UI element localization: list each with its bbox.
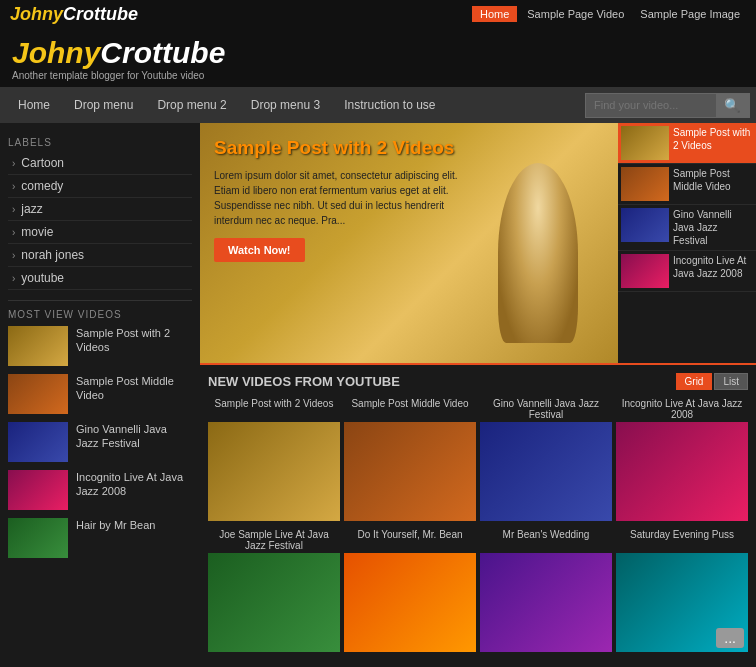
- logo-tagline: Another template blogger for Youtube vid…: [12, 70, 744, 81]
- sidebar-thumb-3: [8, 422, 68, 462]
- nav-drop3[interactable]: Drop menu 3: [239, 90, 332, 120]
- videos-thumbs-row2: ...: [200, 551, 756, 656]
- label-movie[interactable]: › movie: [8, 221, 192, 244]
- label-norah[interactable]: › norah jones: [8, 244, 192, 267]
- top-nav: Home Sample Page Video Sample Page Image: [472, 6, 746, 22]
- video-title-2: Sample Post Middle Video: [344, 398, 476, 420]
- logo-crottube: Crottube: [63, 4, 138, 25]
- sidebar-video-5[interactable]: Hair by Mr Bean: [8, 518, 192, 558]
- arrow-icon: ›: [12, 158, 15, 169]
- view-toggle: Grid List: [676, 373, 748, 390]
- top-nav-home[interactable]: Home: [472, 6, 517, 22]
- side-video-title-3: Gino Vannelli Java Jazz Festival: [673, 208, 753, 247]
- side-video-title-2: Sample Post Middle Video: [673, 167, 753, 193]
- nav-home[interactable]: Home: [6, 90, 62, 120]
- logo-main-johny: Johny: [12, 36, 100, 70]
- search-area: 🔍: [585, 93, 750, 118]
- sidebar-video-2[interactable]: Sample Post Middle Video: [8, 374, 192, 414]
- nav-instruction[interactable]: Instruction to use: [332, 90, 447, 120]
- video-thumb-8[interactable]: ...: [616, 553, 748, 652]
- search-input[interactable]: [586, 95, 716, 115]
- grid-toggle-button[interactable]: Grid: [676, 373, 713, 390]
- video-thumb-2[interactable]: [344, 422, 476, 521]
- sidebar-thumb-2: [8, 374, 68, 414]
- video-thumb-3[interactable]: [480, 422, 612, 521]
- logo-main-crottube: Crottube: [100, 36, 225, 70]
- label-youtube[interactable]: › youtube: [8, 267, 192, 290]
- videos-titles-row2: Joe Sample Live At Java Jazz Festival Do…: [200, 525, 756, 551]
- arrow-icon: ›: [12, 204, 15, 215]
- side-thumb-1: [621, 126, 669, 160]
- logo-johny: Johny: [10, 4, 63, 25]
- sidebar-thumb-5: [8, 518, 68, 558]
- sidebar-thumb-4: [8, 470, 68, 510]
- labels-title: LABELS: [8, 137, 192, 148]
- video-title-8: Saturday Evening Puss: [616, 529, 748, 551]
- sidebar-video-4[interactable]: Incognito Live At Java Jazz 2008: [8, 470, 192, 510]
- arrow-icon: ›: [12, 273, 15, 284]
- side-video-title-4: Incognito Live At Java Jazz 2008: [673, 254, 753, 280]
- video-thumb-5[interactable]: [208, 553, 340, 652]
- sidebar-video-title-5: Hair by Mr Bean: [76, 518, 155, 532]
- label-cartoon[interactable]: › Cartoon: [8, 152, 192, 175]
- nav-drop1[interactable]: Drop menu: [62, 90, 145, 120]
- videos-thumbs-row1: [200, 420, 756, 525]
- side-thumb-3: [621, 208, 669, 242]
- sidebar-video-title-2: Sample Post Middle Video: [76, 374, 192, 403]
- sidebar-video-1[interactable]: Sample Post with 2 Videos: [8, 326, 192, 366]
- arrow-icon: ›: [12, 181, 15, 192]
- side-thumb-4: [621, 254, 669, 288]
- top-nav-video[interactable]: Sample Page Video: [521, 6, 630, 22]
- more-button[interactable]: ...: [716, 628, 744, 648]
- featured-child: [478, 143, 598, 363]
- video-thumb-1[interactable]: [208, 422, 340, 521]
- nav-items: Home Drop menu Drop menu 2 Drop menu 3 I…: [6, 90, 585, 120]
- sidebar: LABELS › Cartoon › comedy › jazz › movie…: [0, 123, 200, 656]
- video-thumb-7[interactable]: [480, 553, 612, 652]
- list-toggle-button[interactable]: List: [714, 373, 748, 390]
- most-view-title: MOST VIEW VIDEOS: [8, 300, 192, 320]
- video-title-6: Do It Yourself, Mr. Bean: [344, 529, 476, 551]
- new-videos-header: NEW VIDEOS FROM YOUTUBE Grid List: [200, 363, 756, 394]
- nav-bar: Home Drop menu Drop menu 2 Drop menu 3 I…: [0, 87, 756, 123]
- side-video-list: Sample Post with 2 Videos Sample Post Mi…: [618, 123, 756, 363]
- label-jazz[interactable]: › jazz: [8, 198, 192, 221]
- side-video-item-2[interactable]: Sample Post Middle Video: [618, 164, 756, 205]
- label-comedy[interactable]: › comedy: [8, 175, 192, 198]
- content-area: Sample Post with 2 Videos Lorem ipsum do…: [200, 123, 756, 656]
- sidebar-video-title-3: Gino Vannelli Java Jazz Festival: [76, 422, 192, 451]
- videos-titles-row1: Sample Post with 2 Videos Sample Post Mi…: [200, 394, 756, 420]
- video-title-1: Sample Post with 2 Videos: [208, 398, 340, 420]
- side-video-item-3[interactable]: Gino Vannelli Java Jazz Festival: [618, 205, 756, 251]
- search-button[interactable]: 🔍: [716, 94, 749, 117]
- video-title-3: Gino Vannelli Java Jazz Festival: [480, 398, 612, 420]
- new-videos-title: NEW VIDEOS FROM YOUTUBE: [208, 374, 400, 389]
- sidebar-video-title-1: Sample Post with 2 Videos: [76, 326, 192, 355]
- side-video-item-1[interactable]: Sample Post with 2 Videos: [618, 123, 756, 164]
- video-thumb-6[interactable]: [344, 553, 476, 652]
- sidebar-video-3[interactable]: Gino Vannelli Java Jazz Festival: [8, 422, 192, 462]
- top-nav-image[interactable]: Sample Page Image: [634, 6, 746, 22]
- side-video-title-1: Sample Post with 2 Videos: [673, 126, 753, 152]
- main-layout: LABELS › Cartoon › comedy › jazz › movie…: [0, 123, 756, 656]
- video-title-5: Joe Sample Live At Java Jazz Festival: [208, 529, 340, 551]
- featured-section: Sample Post with 2 Videos Lorem ipsum do…: [200, 123, 756, 363]
- sidebar-video-title-4: Incognito Live At Java Jazz 2008: [76, 470, 192, 499]
- watch-now-button[interactable]: Watch Now!: [214, 238, 305, 262]
- video-title-7: Mr Bean's Wedding: [480, 529, 612, 551]
- featured-title: Sample Post with 2 Videos: [214, 137, 464, 160]
- video-title-4: Incognito Live At Java Jazz 2008: [616, 398, 748, 420]
- child-silhouette: [498, 163, 578, 343]
- featured-description: Lorem ipsum dolor sit amet, consectetur …: [214, 168, 464, 228]
- side-video-item-4[interactable]: Incognito Live At Java Jazz 2008: [618, 251, 756, 292]
- featured-overlay: Sample Post with 2 Videos Lorem ipsum do…: [200, 123, 478, 363]
- video-thumb-4[interactable]: [616, 422, 748, 521]
- featured-main[interactable]: Sample Post with 2 Videos Lorem ipsum do…: [200, 123, 618, 363]
- arrow-icon: ›: [12, 227, 15, 238]
- arrow-icon: ›: [12, 250, 15, 261]
- side-thumb-2: [621, 167, 669, 201]
- sidebar-thumb-1: [8, 326, 68, 366]
- nav-drop2[interactable]: Drop menu 2: [145, 90, 238, 120]
- logo-area: Johny Crottube Another template blogger …: [0, 28, 756, 87]
